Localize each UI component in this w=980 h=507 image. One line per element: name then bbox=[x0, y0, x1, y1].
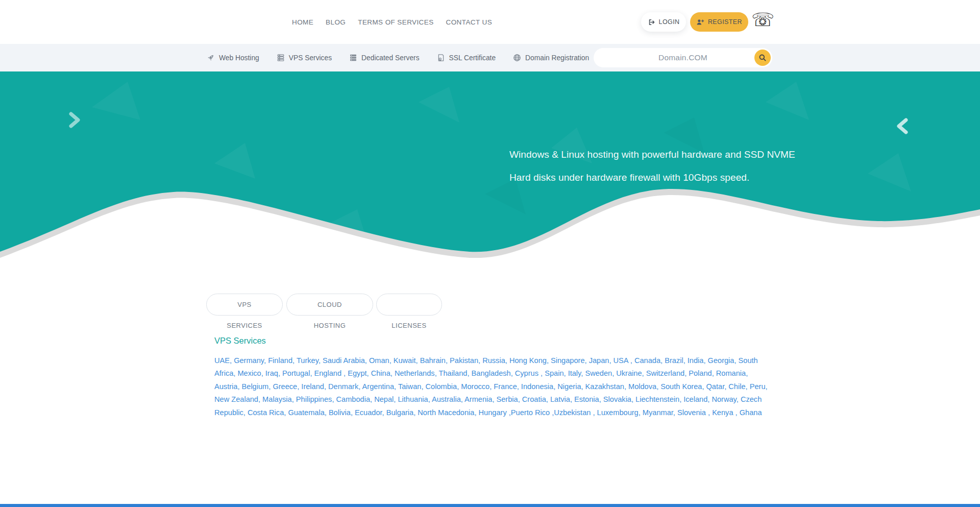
country-link[interactable]: Chile bbox=[728, 382, 745, 391]
country-link[interactable]: UAE bbox=[214, 356, 230, 365]
country-link[interactable]: England bbox=[314, 369, 342, 377]
country-link[interactable]: Cambodia bbox=[336, 395, 371, 403]
phone-icon[interactable]: ☏ bbox=[751, 8, 774, 32]
country-link[interactable]: Singapore bbox=[551, 356, 585, 365]
menu-domain-registration[interactable]: Domain Registration bbox=[513, 54, 589, 62]
country-link[interactable]: Nepal bbox=[374, 395, 394, 403]
country-link[interactable]: Switzerland bbox=[646, 369, 684, 377]
tab-cloud-hosting[interactable]: CLOUD HOSTING bbox=[286, 294, 373, 329]
country-link[interactable]: Kazakhstan bbox=[585, 382, 624, 391]
menu-vps-services[interactable]: VPS Services bbox=[277, 54, 332, 62]
country-link[interactable]: Turkey bbox=[297, 356, 318, 365]
country-link[interactable]: Uzbekistan bbox=[554, 408, 591, 417]
country-link[interactable]: Sweden bbox=[585, 369, 612, 377]
country-link[interactable]: Canada bbox=[634, 356, 660, 365]
country-link[interactable]: Peru bbox=[750, 382, 766, 391]
tab-vps-services[interactable]: VPS SERVICES bbox=[206, 294, 283, 329]
country-link[interactable]: Ecuador bbox=[355, 408, 382, 417]
country-link[interactable]: Croatia bbox=[522, 395, 546, 403]
country-link[interactable]: Austria bbox=[214, 382, 237, 391]
country-link[interactable]: Puerto Rico bbox=[511, 408, 550, 417]
country-link[interactable]: Indonesia bbox=[521, 382, 553, 391]
country-link[interactable]: China bbox=[371, 369, 390, 377]
country-link[interactable]: Belgium bbox=[242, 382, 269, 391]
country-link[interactable]: South Korea bbox=[660, 382, 702, 391]
country-link[interactable]: Nigeria bbox=[557, 382, 581, 391]
country-link[interactable]: Costa Rica bbox=[248, 408, 284, 417]
country-link[interactable]: Finland bbox=[268, 356, 292, 365]
country-link[interactable]: Myanmar bbox=[643, 408, 673, 417]
login-button[interactable]: LOGIN bbox=[641, 12, 686, 32]
country-link[interactable]: Lithuania bbox=[398, 395, 428, 403]
country-link[interactable]: Kenya bbox=[712, 408, 733, 417]
country-link[interactable]: Germany bbox=[234, 356, 264, 365]
country-link[interactable]: Italy bbox=[568, 369, 581, 377]
carousel-next-button[interactable] bbox=[894, 116, 912, 137]
country-link[interactable]: Spain bbox=[545, 369, 564, 377]
domain-search-input[interactable] bbox=[594, 48, 772, 67]
country-link[interactable]: New Zealand bbox=[214, 395, 258, 403]
country-link[interactable]: North Macedonia bbox=[418, 408, 474, 417]
country-link[interactable]: Colombia bbox=[425, 382, 457, 391]
domain-search-button[interactable] bbox=[754, 50, 771, 66]
country-link[interactable]: Luxembourg bbox=[597, 408, 639, 417]
country-link[interactable]: Serbia bbox=[497, 395, 518, 403]
country-link[interactable]: Pakistan bbox=[450, 356, 478, 365]
country-link[interactable]: Poland bbox=[689, 369, 712, 377]
country-link[interactable]: Kuwait bbox=[394, 356, 416, 365]
register-button[interactable]: REGISTER bbox=[690, 12, 748, 32]
country-link[interactable]: Bulgaria bbox=[386, 408, 414, 417]
country-link[interactable]: Philippines bbox=[296, 395, 332, 403]
country-link[interactable]: Georgia bbox=[708, 356, 734, 365]
country-link[interactable]: Latvia bbox=[550, 395, 570, 403]
country-link[interactable]: Ireland bbox=[301, 382, 324, 391]
country-link[interactable]: Saudi Arabia bbox=[323, 356, 365, 365]
menu-dedicated-servers[interactable]: Dedicated Servers bbox=[349, 54, 420, 62]
tab-licenses[interactable]: LICENSES bbox=[376, 294, 442, 329]
country-link[interactable]: Norway bbox=[712, 395, 736, 403]
country-link[interactable]: Qatar bbox=[706, 382, 725, 391]
nav-contact-us[interactable]: CONTACT US bbox=[446, 18, 493, 26]
country-link[interactable]: Cyprus bbox=[515, 369, 538, 377]
country-link[interactable]: Romania bbox=[716, 369, 746, 377]
country-link[interactable]: Bangladesh bbox=[472, 369, 511, 377]
country-link[interactable]: Argentina bbox=[362, 382, 394, 391]
country-link[interactable]: Malaysia bbox=[262, 395, 292, 403]
country-link[interactable]: Thailand bbox=[438, 369, 467, 377]
country-link[interactable]: Oman bbox=[369, 356, 389, 365]
country-link[interactable]: Hungary bbox=[479, 408, 507, 417]
country-link[interactable]: Taiwan bbox=[398, 382, 421, 391]
country-link[interactable]: Slovenia bbox=[677, 408, 706, 417]
country-link[interactable]: Netherlands bbox=[395, 369, 435, 377]
country-link[interactable]: Bolivia bbox=[329, 408, 351, 417]
country-link[interactable]: Bahrain bbox=[420, 356, 446, 365]
menu-web-hosting[interactable]: Web Hosting bbox=[207, 54, 259, 62]
menu-ssl-certificate[interactable]: SSL Certificate bbox=[437, 54, 496, 62]
country-link[interactable]: Portugal bbox=[282, 369, 310, 377]
country-link[interactable]: Slovakia bbox=[603, 395, 631, 403]
country-link[interactable]: Moldova bbox=[628, 382, 656, 391]
country-link[interactable]: India bbox=[688, 356, 704, 365]
nav-terms-of-services[interactable]: TERMS OF SERVICES bbox=[358, 18, 433, 26]
country-link[interactable]: Greece bbox=[273, 382, 297, 391]
country-link[interactable]: Denmark bbox=[328, 382, 358, 391]
country-link[interactable]: Japan bbox=[589, 356, 609, 365]
country-link[interactable]: Australia bbox=[432, 395, 461, 403]
nav-blog[interactable]: BLOG bbox=[326, 18, 346, 26]
country-link[interactable]: Hong Kong bbox=[509, 356, 547, 365]
country-link[interactable]: Russia bbox=[482, 356, 505, 365]
country-link[interactable]: Liechtenstein bbox=[635, 395, 679, 403]
country-link[interactable]: Egypt bbox=[348, 369, 366, 377]
country-link[interactable]: Estonia bbox=[574, 395, 599, 403]
country-link[interactable]: Ghana bbox=[740, 408, 762, 417]
country-link[interactable]: Iceland bbox=[683, 395, 707, 403]
country-link[interactable]: Guatemala bbox=[288, 408, 324, 417]
country-link[interactable]: Brazil bbox=[665, 356, 683, 365]
country-link[interactable]: Armenia bbox=[464, 395, 492, 403]
country-link[interactable]: Morocco bbox=[461, 382, 489, 391]
carousel-prev-button[interactable] bbox=[65, 110, 83, 131]
country-link[interactable]: France bbox=[494, 382, 517, 391]
country-link[interactable]: USA bbox=[614, 356, 628, 365]
country-link[interactable]: Iraq bbox=[265, 369, 278, 377]
nav-home[interactable]: HOME bbox=[292, 18, 313, 26]
